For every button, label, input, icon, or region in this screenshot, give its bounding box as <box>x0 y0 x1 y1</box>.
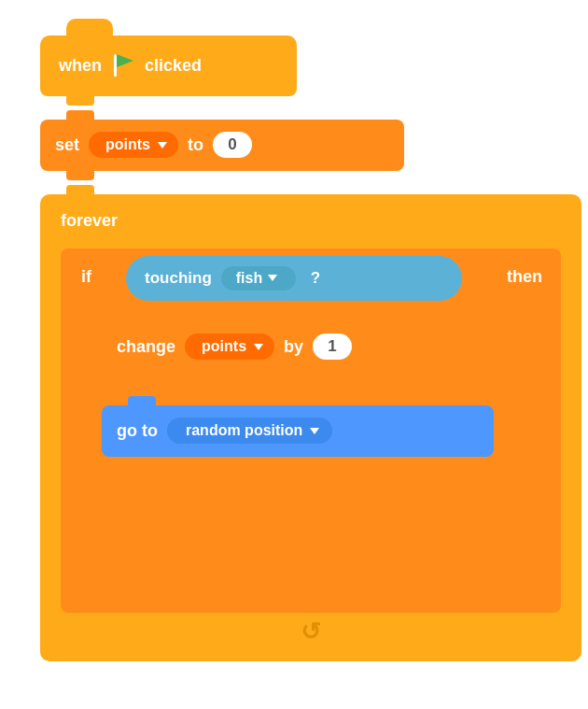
svg-rect-0 <box>114 54 117 77</box>
if-label: if <box>81 267 91 287</box>
change-block[interactable]: change points by 1 <box>102 321 512 373</box>
set-label: set <box>55 135 79 155</box>
change-dropdown-arrow-icon <box>254 344 263 350</box>
question-label: ? <box>311 269 320 288</box>
change-value-input[interactable]: 1 <box>313 333 352 360</box>
when-flag-block[interactable]: when clicked <box>40 35 297 96</box>
to-label: to <box>188 135 203 155</box>
touching-label: touching <box>145 269 212 288</box>
random-position-label: random position <box>186 422 302 439</box>
if-block[interactable]: if then touching fish ? change points by <box>61 248 561 613</box>
set-value-input[interactable]: 0 <box>213 132 252 158</box>
random-dropdown-arrow-icon <box>310 428 319 434</box>
dropdown-arrow-icon <box>158 142 167 149</box>
clicked-label: clicked <box>145 56 202 76</box>
svg-marker-1 <box>117 54 133 67</box>
fish-label: fish <box>236 270 262 287</box>
forever-block[interactable]: forever if then touching fish ? change p… <box>40 194 581 661</box>
points-variable-dropdown[interactable]: points <box>89 132 178 158</box>
touching-block[interactable]: touching fish ? <box>126 256 462 301</box>
forever-label: forever <box>61 211 118 231</box>
goto-label: go to <box>117 421 158 441</box>
fish-dropdown[interactable]: fish <box>221 266 296 291</box>
change-variable-name: points <box>202 338 246 355</box>
change-label: change <box>117 337 175 357</box>
scratch-program: when clicked set points to 0 forever if … <box>23 19 565 691</box>
repeat-arrow-icon: ↺ <box>301 617 321 646</box>
set-block[interactable]: set points to 0 <box>40 120 404 171</box>
goto-block[interactable]: go to random position <box>102 405 494 457</box>
by-label: by <box>284 337 303 357</box>
flag-icon <box>109 51 137 79</box>
random-position-dropdown[interactable]: random position <box>167 418 332 444</box>
then-label: then <box>507 267 542 287</box>
variable-name: points <box>105 136 150 153</box>
when-label: when <box>59 56 102 76</box>
fish-dropdown-arrow-icon <box>268 275 277 281</box>
change-variable-dropdown[interactable]: points <box>185 333 274 360</box>
